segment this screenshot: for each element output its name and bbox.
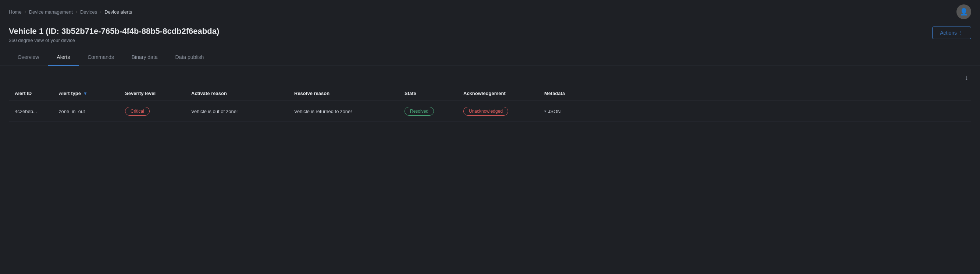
- cell-state: Resolved: [399, 101, 457, 122]
- download-icon: ↓: [964, 73, 968, 82]
- breadcrumb: Home › Device management › Devices › Dev…: [9, 9, 132, 15]
- tab-commands-label: Commands: [88, 54, 114, 60]
- col-header-acknowledgement: Acknowledgement: [457, 86, 538, 101]
- cell-alert-type: zone_in_out: [53, 101, 119, 122]
- avatar-icon: 👤: [960, 8, 968, 16]
- filter-icon[interactable]: ▼: [83, 91, 88, 96]
- col-header-state: State: [399, 86, 457, 101]
- col-header-alert-type: Alert type ▼: [53, 86, 119, 101]
- metadata-value: JSON: [548, 109, 561, 114]
- page-subtitle: 360 degree view of your device: [9, 38, 219, 43]
- tab-alerts[interactable]: Alerts: [48, 49, 79, 66]
- top-bar: Home › Device management › Devices › Dev…: [0, 0, 980, 24]
- breadcrumb-sep-3: ›: [100, 9, 102, 14]
- col-activate-label: Activate reason: [191, 91, 227, 96]
- cell-acknowledgement: Unacknowledged: [457, 101, 538, 122]
- breadcrumb-sep-2: ›: [76, 9, 77, 14]
- metadata-cell-inner: ▾ JSON: [544, 109, 599, 114]
- table-row: 4c2ebeb... zone_in_out Critical Vehicle …: [9, 101, 971, 122]
- col-header-extra: [605, 86, 971, 101]
- severity-badge: Critical: [125, 107, 150, 115]
- col-header-severity: Severity level: [119, 86, 185, 101]
- col-header-activate-reason: Activate reason: [185, 86, 288, 101]
- acknowledgement-badge: Unacknowledged: [463, 107, 508, 115]
- cell-metadata: ▾ JSON: [538, 101, 605, 122]
- col-header-resolve-reason: Resolve reason: [288, 86, 399, 101]
- col-resolve-label: Resolve reason: [294, 91, 329, 96]
- cell-extra: [605, 101, 971, 122]
- download-button[interactable]: ↓: [962, 72, 971, 83]
- tab-binary-data-label: Binary data: [132, 54, 158, 60]
- table-header-row: Alert ID Alert type ▼ Severity level Act…: [9, 86, 971, 101]
- breadcrumb-device-alerts: Device alerts: [105, 9, 132, 15]
- alerts-table: Alert ID Alert type ▼ Severity level Act…: [9, 86, 971, 122]
- cell-resolve-reason: Vehicle is returned to zone!: [288, 101, 399, 122]
- cell-activate-reason: Vehicle is out of zone!: [185, 101, 288, 122]
- tab-binary-data[interactable]: Binary data: [123, 49, 167, 66]
- actions-button[interactable]: Actions ⋮: [932, 27, 971, 39]
- col-severity-label: Severity level: [125, 91, 156, 96]
- tab-commands[interactable]: Commands: [79, 49, 123, 66]
- breadcrumb-sep-1: ›: [25, 9, 26, 14]
- avatar[interactable]: 👤: [956, 5, 971, 19]
- page-title: Vehicle 1 (ID: 3b52b71e-765b-4f4b-88b5-8…: [9, 27, 219, 36]
- activate-reason-value: Vehicle is out of zone!: [191, 109, 237, 114]
- state-badge: Resolved: [404, 107, 434, 115]
- alerts-table-container: Alert ID Alert type ▼ Severity level Act…: [0, 86, 980, 122]
- page-header: Vehicle 1 (ID: 3b52b71e-765b-4f4b-88b5-8…: [9, 27, 219, 43]
- alert-id-value: 4c2ebeb...: [15, 109, 37, 114]
- col-header-metadata: Metadata: [538, 86, 605, 101]
- page-header-row: Vehicle 1 (ID: 3b52b71e-765b-4f4b-88b5-8…: [0, 24, 980, 49]
- col-state-label: State: [404, 91, 416, 96]
- metadata-expand-icon[interactable]: ▾: [544, 109, 546, 114]
- table-toolbar: ↓: [0, 66, 980, 86]
- cell-severity: Critical: [119, 101, 185, 122]
- col-header-alert-id: Alert ID: [9, 86, 53, 101]
- col-metadata-label: Metadata: [544, 91, 565, 96]
- col-ack-label: Acknowledgement: [463, 91, 506, 96]
- actions-label: Actions ⋮: [940, 30, 964, 36]
- tab-data-publish-label: Data publish: [175, 54, 204, 60]
- breadcrumb-device-management[interactable]: Device management: [29, 9, 73, 15]
- tabs-bar: Overview Alerts Commands Binary data Dat…: [0, 49, 980, 66]
- col-alert-id-label: Alert ID: [15, 91, 32, 96]
- tab-overview[interactable]: Overview: [9, 49, 48, 66]
- resolve-reason-value: Vehicle is returned to zone!: [294, 109, 352, 114]
- breadcrumb-home[interactable]: Home: [9, 9, 22, 15]
- tab-overview-label: Overview: [18, 54, 39, 60]
- breadcrumb-devices[interactable]: Devices: [80, 9, 97, 15]
- alert-type-value: zone_in_out: [59, 109, 85, 114]
- col-alert-type-label: Alert type: [59, 91, 81, 96]
- tab-alerts-label: Alerts: [57, 54, 70, 60]
- cell-alert-id: 4c2ebeb...: [9, 101, 53, 122]
- tab-data-publish[interactable]: Data publish: [167, 49, 213, 66]
